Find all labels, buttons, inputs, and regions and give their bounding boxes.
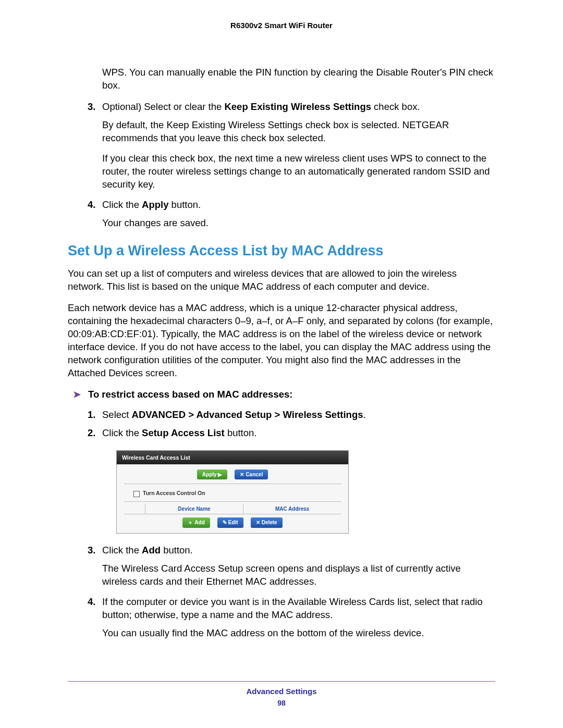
- section-heading: Set Up a Wireless Access List by MAC Add…: [68, 241, 495, 260]
- step-4: 4. Click the Apply button.: [88, 199, 495, 212]
- bold-term: ADVANCED > Advanced Setup > Wireless Set…: [132, 409, 363, 420]
- wireless-access-list-panel: Wireless Card Access List Apply ▶ ✕Cance…: [116, 450, 349, 534]
- footer-rule: [68, 681, 495, 682]
- document-page: R6300v2 Smart WiFi Router WPS. You can m…: [0, 0, 563, 728]
- panel-title: Wireless Card Access List: [117, 451, 348, 464]
- text: button.: [161, 545, 193, 556]
- cancel-button[interactable]: ✕Cancel: [235, 470, 268, 480]
- text: button.: [168, 199, 201, 210]
- task-step-3-note: The Wireless Card Access Setup screen op…: [102, 562, 495, 588]
- step-number: 3.: [88, 544, 102, 557]
- footer-section-name: Advanced Settings: [68, 687, 495, 696]
- text: Click the: [102, 545, 142, 556]
- col-select: [124, 504, 145, 514]
- step-number: 1.: [88, 409, 102, 422]
- apply-label: Apply ▶: [202, 471, 223, 478]
- section-paragraph-1: You can set up a list of computers and w…: [68, 267, 495, 293]
- delete-button[interactable]: ✕Delete: [251, 517, 283, 528]
- cancel-label: Cancel: [246, 471, 263, 478]
- panel-bottom-buttons: ＋Add ✎Edit ✕Delete: [124, 514, 341, 533]
- step-number: 4.: [88, 596, 102, 622]
- apply-button[interactable]: Apply ▶: [197, 470, 228, 480]
- bold-term: Apply: [142, 199, 168, 210]
- bold-term: Add: [142, 545, 161, 556]
- add-button[interactable]: ＋Add: [182, 517, 210, 528]
- text: .: [363, 409, 366, 420]
- step-number: 2.: [88, 427, 102, 440]
- task-step-4: 4. If the computer or device you want is…: [88, 596, 495, 622]
- step-text: If the computer or device you want is in…: [102, 596, 495, 622]
- x-icon: ✕: [256, 519, 260, 526]
- edit-label: Edit: [228, 519, 238, 526]
- col-device-name: Device Name: [145, 504, 243, 514]
- plus-icon: ＋: [188, 519, 193, 526]
- footer-page-number: 98: [68, 699, 495, 707]
- x-icon: ✕: [240, 471, 244, 478]
- bold-term: Keep Existing Wireless Settings: [224, 101, 371, 112]
- text: button.: [225, 427, 257, 438]
- step-text: Click the Add button.: [102, 544, 495, 557]
- checkbox[interactable]: [133, 491, 140, 497]
- document-header: R6300v2 Smart WiFi Router: [68, 21, 495, 30]
- task-step-1: 1. Select ADVANCED > Advanced Setup > Wi…: [88, 409, 495, 422]
- col-mac-address: MAC Address: [243, 504, 341, 514]
- access-control-checkbox-row: Turn Access Control On: [124, 484, 341, 501]
- checkbox-label: Turn Access Control On: [143, 490, 205, 496]
- text: Optional) Select or clear the: [102, 101, 224, 112]
- step-3: 3. Optional) Select or clear the Keep Ex…: [88, 101, 495, 114]
- bold-term: Setup Access List: [142, 427, 225, 438]
- step-text: Optional) Select or clear the Keep Exist…: [102, 101, 495, 114]
- text: check box.: [371, 101, 420, 112]
- task-title: To restrict access based on MAC addresse…: [88, 388, 292, 401]
- body-content: WPS. You can manually enable the PIN fun…: [68, 66, 495, 639]
- task-heading: ➤ To restrict access based on MAC addres…: [73, 388, 495, 401]
- panel-top-buttons: Apply ▶ ✕Cancel: [124, 464, 341, 485]
- device-table: Device Name MAC Address: [124, 504, 341, 515]
- table-header: Device Name MAC Address: [124, 504, 341, 515]
- step-3-note-1: By default, the Keep Existing Wireless S…: [102, 119, 495, 145]
- step-text: Select ADVANCED > Advanced Setup > Wirel…: [102, 409, 495, 422]
- step-4-note: Your changes are saved.: [102, 217, 495, 230]
- edit-button[interactable]: ✎Edit: [217, 517, 243, 528]
- section-paragraph-2: Each network device has a MAC address, w…: [68, 302, 495, 380]
- step-3-note-2: If you clear this check box, the next ti…: [102, 152, 495, 191]
- continuation-paragraph: WPS. You can manually enable the PIN fun…: [102, 66, 495, 92]
- step-text: Click the Apply button.: [102, 199, 495, 212]
- step-number: 4.: [88, 199, 102, 212]
- task-step-3: 3. Click the Add button.: [88, 544, 495, 557]
- task-step-4-note: You can usually find the MAC address on …: [102, 627, 495, 640]
- add-label: Add: [194, 519, 204, 526]
- delete-label: Delete: [262, 519, 277, 526]
- task-step-2: 2. Click the Setup Access List button.: [88, 427, 495, 440]
- pencil-icon: ✎: [223, 519, 227, 526]
- chevron-right-icon: ➤: [73, 388, 81, 401]
- step-text: Click the Setup Access List button.: [102, 427, 495, 440]
- text: Click the: [102, 427, 142, 438]
- page-footer: Advanced Settings 98: [68, 681, 495, 707]
- text: Click the: [102, 199, 142, 210]
- text: Select: [102, 409, 132, 420]
- step-number: 3.: [88, 101, 102, 114]
